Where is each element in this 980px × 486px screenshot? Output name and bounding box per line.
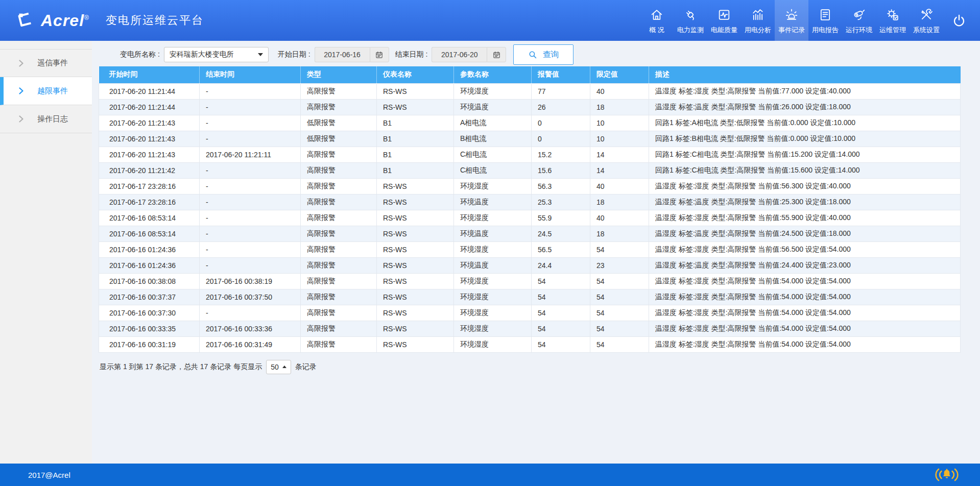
table-cell: 回路1 标签:C相电流 类型:高限报警 当前值:15.600 设定值:14.00… xyxy=(649,162,961,178)
table-cell: 14 xyxy=(590,162,649,178)
table-row: 2017-06-20 11:21:42-高限报警B1C相电流15.614回路1 … xyxy=(99,162,961,178)
table-cell: 环境湿度 xyxy=(454,241,532,257)
table-cell: 环境湿度 xyxy=(454,83,532,99)
table-cell: A相电流 xyxy=(454,115,532,131)
column-header-6: 限定值 xyxy=(590,66,649,83)
query-button[interactable]: 查询 xyxy=(513,44,573,65)
column-header-1: 结束时间 xyxy=(200,66,301,83)
nav-item-power-monitoring[interactable]: 电力监测 xyxy=(674,0,707,41)
table-cell: 26 xyxy=(532,99,590,115)
chevron-down-icon xyxy=(258,53,263,56)
table-cell: 高限报警 xyxy=(301,210,377,226)
home-icon xyxy=(650,8,664,22)
table-cell: 2017-06-20 11:21:43 xyxy=(99,131,200,147)
top-bar: Acrel® 变电所运维云平台 概 况 电力监测 xyxy=(0,0,980,41)
alarm-bell-button[interactable] xyxy=(935,467,959,482)
table-cell: 54 xyxy=(590,241,649,257)
nav-item-event-records[interactable]: 事件记录 xyxy=(775,0,808,41)
alarm-siren-icon xyxy=(784,8,799,22)
table-cell: 2017-06-16 00:31:49 xyxy=(200,336,301,352)
table-cell: 2017-06-16 00:37:50 xyxy=(200,289,301,305)
gear-check-icon xyxy=(886,8,900,22)
table-cell: - xyxy=(200,241,301,257)
table-cell: 环境湿度 xyxy=(454,178,532,194)
table-header-row: 开始时间结束时间类型仪表名称参数名称报警值限定值描述 xyxy=(99,66,961,83)
table-cell: 2017-06-16 01:24:36 xyxy=(99,241,200,257)
table-cell: 23 xyxy=(590,257,649,273)
table-cell: RS-WS xyxy=(377,194,454,210)
table-row: 2017-06-20 11:21:44-高限报警RS-WS环境湿度7740温湿度… xyxy=(99,83,961,99)
table-cell: 2017-06-20 11:21:44 xyxy=(99,99,200,115)
camera-icon xyxy=(852,8,866,22)
chevron-right-icon xyxy=(18,60,24,67)
content-layout: 遥信事件 越限事件 操作日志 变电所名称 : 安科瑞新大楼变电所 开始日期 : xyxy=(0,41,980,464)
chevron-right-icon xyxy=(18,115,24,123)
table-row: 2017-06-16 08:53:14-高限报警RS-WS环境湿度55.940温… xyxy=(99,210,961,226)
table-cell: RS-WS xyxy=(377,178,454,194)
table-cell: 高限报警 xyxy=(301,147,377,162)
table-cell: 24.4 xyxy=(532,257,590,273)
waveform-icon xyxy=(717,8,731,22)
page-size-select[interactable]: 50 xyxy=(266,360,291,374)
table-cell: 2017-06-16 00:38:19 xyxy=(200,273,301,289)
table-cell: 2017-06-20 11:21:42 xyxy=(99,162,200,178)
logout-button[interactable] xyxy=(943,0,975,41)
table-cell: 54 xyxy=(532,289,590,305)
acrel-logo-icon xyxy=(15,10,36,31)
nav-item-usage-report[interactable]: 用电报告 xyxy=(808,0,842,41)
nav-item-overview[interactable]: 概 况 xyxy=(640,0,674,41)
table-cell: - xyxy=(200,178,301,194)
events-table: 开始时间结束时间类型仪表名称参数名称报警值限定值描述 2017-06-20 11… xyxy=(99,66,961,353)
nav-item-label: 运行环境 xyxy=(846,26,872,35)
table-cell: 0 xyxy=(532,115,590,131)
sidebar-item-remote-signal-events[interactable]: 遥信事件 xyxy=(0,49,92,77)
sidebar-item-limit-exceed-events[interactable]: 越限事件 xyxy=(0,77,92,105)
table-cell: B1 xyxy=(377,147,454,162)
table-row: 2017-06-16 00:33:352017-06-16 00:33:36高限… xyxy=(99,321,961,336)
start-date-picker-button[interactable] xyxy=(370,47,389,62)
end-date-input[interactable] xyxy=(432,47,487,62)
table-cell: 18 xyxy=(590,194,649,210)
table-cell: 回路1 标签:A相电流 类型:低限报警 当前值:0.000 设定值:10.000 xyxy=(649,115,961,131)
table-cell: 54 xyxy=(590,273,649,289)
table-cell: 54 xyxy=(590,305,649,321)
table-cell: - xyxy=(200,194,301,210)
logo-text: Acrel® xyxy=(41,11,89,30)
nav-item-power-quality[interactable]: 电能质量 xyxy=(707,0,741,41)
table-cell: 18 xyxy=(590,226,649,241)
table-cell: 高限报警 xyxy=(301,226,377,241)
table-cell: 温湿度 标签:湿度 类型:高限报警 当前值:55.900 设定值:40.000 xyxy=(649,210,961,226)
table-row: 2017-06-16 00:37:30-高限报警RS-WS环境湿度5454温湿度… xyxy=(99,305,961,321)
start-date-input[interactable] xyxy=(315,47,370,62)
table-cell: RS-WS xyxy=(377,226,454,241)
sidebar-item-operation-log[interactable]: 操作日志 xyxy=(0,105,92,133)
table-cell: 18 xyxy=(590,99,649,115)
end-date-picker-button[interactable] xyxy=(487,47,506,62)
table-cell: 2017-06-16 08:53:14 xyxy=(99,210,200,226)
nav-item-usage-analysis[interactable]: 用电分析 xyxy=(741,0,775,41)
table-cell: - xyxy=(200,115,301,131)
nav-item-settings[interactable]: 系统设置 xyxy=(910,0,943,41)
table-cell: 24.5 xyxy=(532,226,590,241)
table-cell: 环境湿度 xyxy=(454,273,532,289)
start-date-group xyxy=(315,47,389,62)
table-cell: 2017-06-16 00:37:37 xyxy=(99,289,200,305)
bar-chart-icon xyxy=(751,8,765,22)
table-cell: - xyxy=(200,210,301,226)
table-row: 2017-06-17 23:28:16-高限报警RS-WS环境温度25.318温… xyxy=(99,194,961,210)
table-cell: 温湿度 标签:湿度 类型:高限报警 当前值:54.000 设定值:54.000 xyxy=(649,336,961,352)
table-cell: 温湿度 标签:湿度 类型:高限报警 当前值:54.000 设定值:54.000 xyxy=(649,273,961,289)
table-cell: C相电流 xyxy=(454,147,532,162)
table-row: 2017-06-16 01:24:36-高限报警RS-WS环境湿度56.554温… xyxy=(99,241,961,257)
table-cell: 2017-06-16 00:31:19 xyxy=(99,336,200,352)
table-cell: - xyxy=(200,131,301,147)
table-cell: 2017-06-16 01:24:36 xyxy=(99,257,200,273)
station-select[interactable]: 安科瑞新大楼变电所 xyxy=(164,47,269,62)
nav-item-maintenance[interactable]: 运维管理 xyxy=(876,0,910,41)
table-cell: 54 xyxy=(532,305,590,321)
table-row: 2017-06-20 11:21:44-高限报警RS-WS环境温度2618温湿度… xyxy=(99,99,961,115)
nav-item-environment[interactable]: 运行环境 xyxy=(842,0,876,41)
top-nav: 概 况 电力监测 电能质量 xyxy=(640,0,980,41)
table-cell: 15.6 xyxy=(532,162,590,178)
table-cell: 高限报警 xyxy=(301,289,377,305)
